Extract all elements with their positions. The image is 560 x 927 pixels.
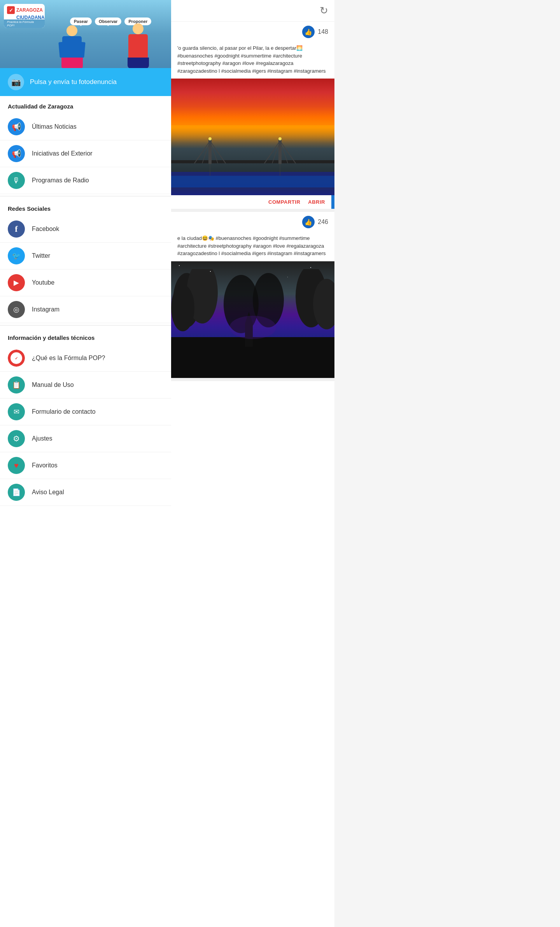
post-card-1: 👍 148 'o guarda silencio, al pasar por e…: [171, 22, 334, 212]
menu-item-youtube[interactable]: ▶ Youtube: [0, 269, 171, 296]
favorites-icon: ♥: [8, 457, 25, 474]
megaphone-icon-2: 📢: [8, 145, 25, 162]
menu-item-manual[interactable]: 📋 Manual de Uso: [0, 372, 171, 399]
menu-label-twitter: Twitter: [32, 252, 50, 259]
svg-rect-12: [278, 139, 282, 164]
megaphone-icon-1: 📢: [8, 118, 25, 135]
menu-label-facebook: Facebook: [32, 226, 59, 233]
menu-label-favoritos: Favoritos: [32, 462, 58, 469]
settings-icon: ⚙: [8, 430, 25, 447]
menu-label-manual: Manual de Uso: [32, 381, 74, 388]
menu-label-youtube: Youtube: [32, 279, 54, 286]
twitter-icon: 🐦: [8, 247, 25, 264]
svg-point-19: [171, 285, 194, 331]
menu-label-radio: Programas de Radio: [32, 177, 89, 184]
menu-item-formula-pop[interactable]: ✓ ¿Qué es la Fórmula POP?: [0, 345, 171, 372]
sidebar-header: ✓ ZARAGOZA CIUDADANA Practica la Fórmula…: [0, 0, 171, 68]
section-info-title: Información y detalles técnicos: [0, 327, 171, 345]
formula-pop-icon: ✓: [8, 350, 25, 367]
logo-subtitle: Practica la Fórmula POP!: [7, 20, 34, 27]
menu-item-ultimas-noticias[interactable]: 📢 Últimas Noticias: [0, 114, 171, 140]
post-card-2: 👍 246 e la ciudad😆🎭 #buenasnoches #goodn…: [171, 212, 334, 381]
post1-like-count: 148: [318, 28, 328, 35]
photo-btn-label: Pulsa y envía tu fotodenuncia: [30, 78, 117, 86]
menu-label-contact: Formulario de contacto: [32, 408, 96, 415]
menu-item-radio[interactable]: 🎙 Programas de Radio: [0, 167, 171, 194]
like-icon-1: 👍: [302, 26, 315, 38]
svg-point-14: [278, 137, 282, 140]
refresh-icon[interactable]: ↻: [320, 5, 328, 17]
post1-actions-area: COMPARTIR ABRIR: [171, 195, 334, 209]
svg-line-8: [264, 141, 280, 163]
menu-label-ultimas-noticias: Últimas Noticias: [32, 123, 77, 130]
mic-icon: 🎙: [8, 172, 25, 189]
photo-denuncia-button[interactable]: 📷 Pulsa y envía tu fotodenuncia: [0, 68, 171, 96]
logo-line1: ZARAGOZA: [16, 7, 43, 13]
post2-like-count: 246: [318, 219, 328, 226]
open-button-1[interactable]: ABRIR: [308, 199, 325, 205]
character-boy: [124, 23, 152, 68]
post1-actions: COMPARTIR ABRIR: [171, 195, 334, 209]
menu-item-instagram[interactable]: ◎ Instagram: [0, 296, 171, 323]
menu-item-facebook[interactable]: f Facebook: [0, 216, 171, 243]
post1-image: [171, 79, 334, 195]
post2-image: [171, 261, 334, 378]
menu-item-aviso-legal[interactable]: 📄 Aviso Legal: [0, 479, 171, 506]
youtube-icon: ▶: [8, 274, 25, 291]
svg-rect-7: [208, 139, 212, 164]
svg-rect-1: [171, 176, 334, 187]
content-area: ↻ 👍 148 'o guarda silencio, al pasar por…: [171, 0, 334, 927]
menu-item-iniciativas[interactable]: 📢 Iniciativas del Exterior: [0, 140, 171, 167]
speech-bubble-observar: Observar: [95, 17, 121, 25]
menu-label-formula: ¿Qué es la Fórmula POP?: [32, 355, 105, 362]
svg-point-13: [208, 137, 212, 140]
camera-icon: 📷: [8, 74, 24, 90]
svg-line-4: [210, 141, 226, 163]
like-icon-2: 👍: [302, 216, 315, 228]
contact-icon: ✉: [8, 403, 25, 420]
character-girl: [58, 25, 86, 68]
sidebar: ✓ ZARAGOZA CIUDADANA Practica la Fórmula…: [0, 0, 171, 927]
menu-item-twitter[interactable]: 🐦 Twitter: [0, 243, 171, 269]
post1-stats: 👍 148: [171, 22, 334, 42]
post1-text: 'o guarda silencio, al pasar por el Pila…: [171, 42, 334, 79]
section-actualidad-title: Actualidad de Zaragoza: [0, 96, 171, 114]
facebook-icon: f: [8, 220, 25, 238]
post2-text: e la ciudad😆🎭 #buenasnoches #goodnight #…: [171, 232, 334, 261]
menu-item-ajustes[interactable]: ⚙ Ajustes: [0, 425, 171, 452]
legal-icon: 📄: [8, 484, 25, 501]
manual-icon: 📋: [8, 376, 25, 394]
share-button-1[interactable]: COMPARTIR: [268, 199, 300, 205]
menu-label-iniciativas: Iniciativas del Exterior: [32, 150, 93, 157]
instagram-icon: ◎: [8, 301, 25, 318]
menu-item-contact[interactable]: ✉ Formulario de contacto: [0, 399, 171, 425]
menu-label-instagram: Instagram: [32, 306, 60, 313]
speech-bubble-pasear: Pasear: [70, 17, 92, 25]
post2-stats: 👍 246: [171, 212, 334, 232]
side-indicator: [331, 195, 334, 209]
menu-item-favoritos[interactable]: ♥ Favoritos: [0, 452, 171, 479]
top-bar: ↻: [171, 0, 334, 22]
svg-line-3: [194, 141, 210, 163]
menu-label-ajustes: Ajustes: [32, 435, 52, 442]
divider-1: [0, 196, 171, 196]
menu-label-legal: Aviso Legal: [32, 489, 64, 496]
section-redes-title: Redes Sociales: [0, 198, 171, 216]
svg-point-26: [229, 316, 276, 339]
divider-2: [0, 325, 171, 325]
svg-line-9: [280, 141, 296, 163]
